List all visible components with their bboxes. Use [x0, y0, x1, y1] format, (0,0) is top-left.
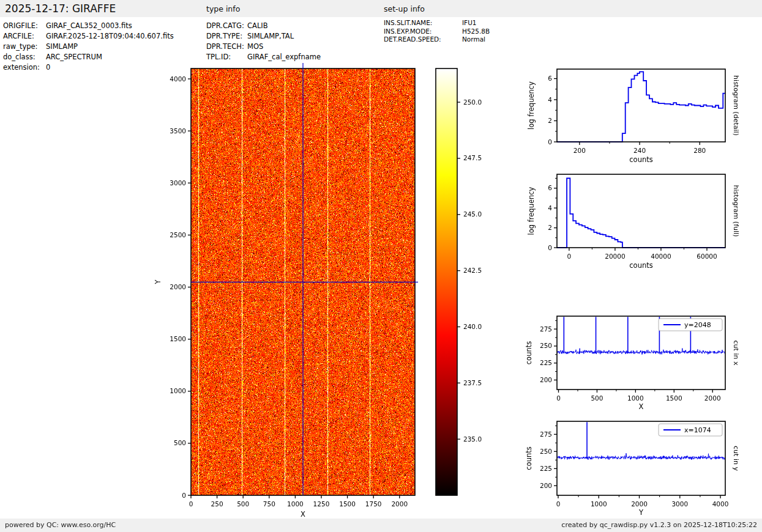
footer: powered by QC: www.eso.org/HC created by…	[0, 519, 762, 532]
setup-info-row: DET.READ.SPEED:Normal	[384, 35, 490, 44]
svg-text:40000: 40000	[651, 253, 671, 260]
svg-text:280: 280	[693, 147, 706, 154]
svg-text:1000: 1000	[170, 387, 186, 394]
svg-text:X: X	[639, 402, 644, 411]
svg-text:200: 200	[573, 147, 586, 154]
svg-text:2000: 2000	[391, 500, 408, 508]
field-value: IFU1	[462, 19, 477, 28]
svg-text:0: 0	[189, 500, 193, 508]
footer-left: powered by QC: www.eso.org/HC	[5, 519, 116, 532]
svg-text:X: X	[301, 510, 305, 519]
top-bar: 2025-12-17: GIRAFFE type info set-up inf…	[0, 0, 762, 17]
field-label: INS.SLIT.NAME:	[384, 19, 462, 28]
type-info-row: DPR.CATG:CALIB	[206, 21, 321, 31]
field-label: DET.READ.SPEED:	[384, 35, 462, 44]
svg-text:3000: 3000	[671, 500, 688, 508]
svg-text:250: 250	[540, 448, 552, 455]
file-info-row: ARCFILE:GIRAF.2025-12-18T09:04:40.607.fi…	[3, 31, 174, 42]
svg-text:200: 200	[540, 376, 552, 383]
svg-text:60000: 60000	[697, 253, 717, 260]
svg-text:500: 500	[591, 394, 603, 402]
svg-text:histogram (detail): histogram (detail)	[732, 75, 740, 136]
field-label: ARCFILE:	[3, 31, 46, 42]
svg-text:500: 500	[174, 439, 186, 446]
field-label: raw_type:	[3, 42, 46, 52]
svg-text:1500: 1500	[339, 500, 356, 508]
svg-text:2500: 2500	[170, 231, 186, 238]
svg-text:0: 0	[548, 138, 552, 146]
svg-text:250.0: 250.0	[463, 98, 482, 106]
svg-text:histogram (full): histogram (full)	[732, 185, 740, 237]
svg-text:247.5: 247.5	[463, 154, 482, 161]
svg-text:235.0: 235.0	[463, 435, 482, 443]
svg-text:2: 2	[548, 117, 552, 124]
svg-text:x=1074: x=1074	[684, 426, 711, 434]
svg-text:counts: counts	[525, 341, 533, 364]
field-value: H525.8B	[462, 28, 490, 36]
svg-text:240.0: 240.0	[463, 323, 482, 330]
svg-text:0: 0	[548, 244, 552, 251]
field-label: DPR.TECH:	[206, 42, 247, 52]
svg-text:250: 250	[540, 342, 552, 349]
svg-text:240: 240	[633, 147, 646, 154]
section-setup-info: set-up info	[384, 0, 425, 18]
svg-text:242.5: 242.5	[463, 267, 482, 274]
svg-text:cut in y: cut in y	[732, 446, 740, 471]
svg-text:counts: counts	[629, 261, 652, 270]
svg-text:3500: 3500	[170, 127, 186, 135]
svg-text:1000: 1000	[287, 500, 304, 508]
svg-text:log frequency: log frequency	[527, 187, 536, 235]
svg-text:3000: 3000	[170, 179, 186, 187]
field-value: GIRAF_CAL352_0003.fits	[46, 21, 132, 31]
svg-text:4000: 4000	[170, 75, 186, 83]
svg-text:6: 6	[548, 184, 552, 191]
file-info-row: do_class:ARC_SPECTRUM	[3, 52, 174, 62]
field-label: ORIGFILE:	[3, 21, 46, 31]
raw-image-heatmap	[191, 68, 415, 495]
type-info-row: TPL.ID:GIRAF_cal_expfname	[206, 52, 321, 62]
svg-text:20000: 20000	[605, 253, 625, 260]
svg-text:counts: counts	[525, 446, 533, 470]
svg-text:log frequency: log frequency	[527, 81, 536, 130]
svg-text:500: 500	[237, 500, 249, 508]
svg-text:0: 0	[567, 253, 572, 260]
svg-text:750: 750	[263, 500, 275, 508]
field-label: INS.EXP.MODE:	[384, 28, 462, 36]
svg-text:1250: 1250	[313, 500, 330, 508]
svg-text:200: 200	[540, 482, 552, 489]
qc-report-page: 2025-12-17: GIRAFFE type info set-up inf…	[0, 0, 762, 532]
svg-text:2000: 2000	[704, 394, 721, 402]
field-label: extension:	[3, 62, 46, 73]
setup-info-row: INS.EXP.MODE:H525.8B	[384, 28, 490, 36]
svg-text:Y: Y	[638, 508, 644, 517]
field-value: ARC_SPECTRUM	[46, 52, 102, 62]
svg-text:Y: Y	[154, 279, 162, 285]
field-value: SIMLAMP	[46, 42, 78, 52]
field-value: SIMLAMP,TAL	[247, 31, 294, 42]
svg-text:cut in x: cut in x	[732, 341, 740, 366]
field-value: CALIB	[247, 21, 268, 31]
file-info-row: extension:0	[3, 62, 174, 73]
field-value: Normal	[462, 35, 485, 44]
file-info: ORIGFILE:GIRAF_CAL352_0003.fits ARCFILE:…	[3, 21, 174, 73]
file-info-row: raw_type:SIMLAMP	[3, 42, 174, 52]
svg-text:1000: 1000	[591, 500, 607, 508]
page-title: 2025-12-17: GIRAFFE	[5, 0, 116, 17]
svg-text:y=2048: y=2048	[684, 321, 711, 329]
file-info-row: ORIGFILE:GIRAF_CAL352_0003.fits	[3, 21, 174, 31]
svg-text:250: 250	[211, 500, 223, 508]
svg-text:4: 4	[548, 96, 552, 103]
type-info-row: DPR.TECH:MOS	[206, 42, 321, 52]
footer-right: created by qc_rawdisp.py v1.2.3 on 2025-…	[561, 519, 757, 532]
svg-text:0: 0	[556, 500, 561, 508]
svg-text:0: 0	[556, 394, 561, 402]
svg-text:275: 275	[540, 325, 552, 333]
svg-text:245.0: 245.0	[463, 210, 482, 218]
svg-text:0: 0	[182, 492, 186, 499]
type-info-row: DPR.TYPE:SIMLAMP,TAL	[206, 31, 321, 42]
type-info: DPR.CATG:CALIB DPR.TYPE:SIMLAMP,TAL DPR.…	[206, 21, 321, 62]
svg-text:4000: 4000	[712, 500, 729, 508]
field-label: do_class:	[3, 52, 46, 62]
svg-text:275: 275	[540, 430, 552, 438]
svg-text:225: 225	[540, 359, 552, 366]
